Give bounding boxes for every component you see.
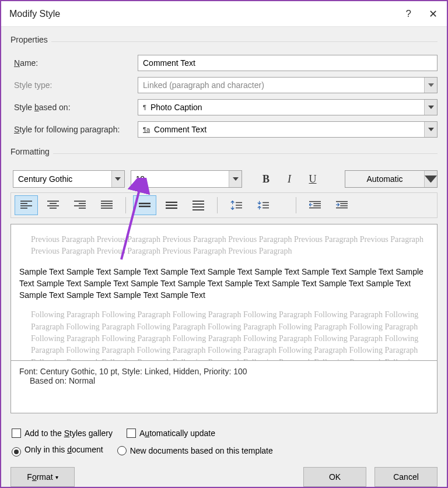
space-before-decrease-button[interactable] (251, 195, 275, 215)
following-label: Style for following paragraph: (10, 125, 138, 134)
chevron-down-icon (424, 78, 437, 93)
dialog-body: Properties Name: Style type: Linked (par… (1, 27, 447, 488)
formatting-label: Formatting (10, 147, 50, 156)
underline-button[interactable]: U (304, 170, 321, 188)
font-size-value: 10 (131, 174, 229, 184)
desc-line-2: Based on: Normal (19, 376, 429, 385)
help-button[interactable]: ? (406, 8, 411, 20)
font-color-value: Automatic (345, 174, 424, 184)
chevron-down-icon[interactable] (111, 171, 124, 187)
style-preview: Previous Paragraph Previous Paragraph Pr… (10, 224, 438, 361)
line-spacing-2-button[interactable] (187, 195, 210, 215)
auto-update-checkbox[interactable]: Automatically update (127, 429, 215, 438)
style-type-select: Linked (paragraph and character) (138, 77, 438, 93)
bold-button[interactable]: B (257, 170, 275, 188)
decrease-indent-button[interactable] (303, 195, 327, 215)
dialog-title: Modify Style (9, 9, 60, 19)
line-spacing-1-button[interactable] (133, 195, 156, 215)
chevron-down-icon[interactable] (424, 171, 437, 187)
font-family-select[interactable]: Century Gothic (13, 170, 125, 188)
align-center-button[interactable] (41, 195, 65, 215)
preview-following-para: Following Paragraph Following Paragraph … (31, 309, 429, 361)
based-on-label: Style based on: (10, 103, 138, 112)
paragraph-toolbar (10, 192, 438, 218)
ok-button[interactable]: OK (303, 467, 366, 487)
style-description: Font: Century Gothic, 10 pt, Style: Link… (10, 361, 438, 413)
new-docs-template-radio[interactable]: New documents based on this template (117, 446, 273, 455)
align-right-button[interactable] (68, 195, 92, 215)
preview-sample-text: Sample Text Sample Text Sample Text Samp… (19, 266, 429, 301)
name-input[interactable] (138, 55, 438, 71)
based-on-value: ¶Photo Caption (138, 103, 424, 112)
chevron-down-icon[interactable] (229, 171, 242, 187)
italic-button[interactable]: I (281, 170, 298, 188)
format-button[interactable]: Format▾ (10, 467, 75, 487)
style-type-value: Linked (paragraph and character) (138, 80, 424, 90)
dialog-footer: Format▾ OK Cancel (10, 467, 438, 487)
chevron-down-icon[interactable] (424, 100, 437, 115)
name-label: Name: (10, 58, 138, 68)
pilcrow-a-icon: ¶a (143, 126, 150, 133)
close-button[interactable]: ✕ (429, 8, 438, 20)
cancel-button[interactable]: Cancel (374, 467, 438, 487)
add-to-gallery-checkbox[interactable]: Add to the Styles gallery (12, 429, 113, 438)
font-toolbar: Century Gothic 10 B I U Automatic (10, 170, 438, 188)
font-family-value: Century Gothic (13, 174, 111, 184)
following-select[interactable]: ¶aComment Text (138, 121, 438, 138)
increase-indent-button[interactable] (330, 195, 354, 215)
properties-header: Properties (10, 33, 438, 50)
formatting-header: Formatting (10, 145, 438, 162)
pilcrow-icon: ¶ (143, 104, 146, 111)
line-spacing-1_5-button[interactable] (160, 195, 183, 215)
font-color-select[interactable]: Automatic (345, 170, 438, 188)
align-left-button[interactable] (15, 195, 38, 215)
space-before-increase-button[interactable] (225, 195, 248, 215)
align-justify-button[interactable] (95, 195, 118, 215)
only-this-doc-radio[interactable]: Only in this document (12, 445, 103, 457)
following-value: ¶aComment Text (138, 125, 424, 134)
titlebar: Modify Style ? ✕ (1, 1, 447, 27)
style-type-label: Style type: (10, 80, 138, 90)
properties-label: Properties (10, 35, 48, 44)
preview-previous-para: Previous Paragraph Previous Paragraph Pr… (31, 234, 429, 258)
chevron-down-icon[interactable] (424, 122, 437, 137)
based-on-select[interactable]: ¶Photo Caption (138, 99, 438, 115)
dropdown-caret-icon: ▾ (55, 474, 58, 480)
desc-line-1: Font: Century Gothic, 10 pt, Style: Link… (19, 367, 429, 376)
font-size-select[interactable]: 10 (131, 170, 243, 188)
